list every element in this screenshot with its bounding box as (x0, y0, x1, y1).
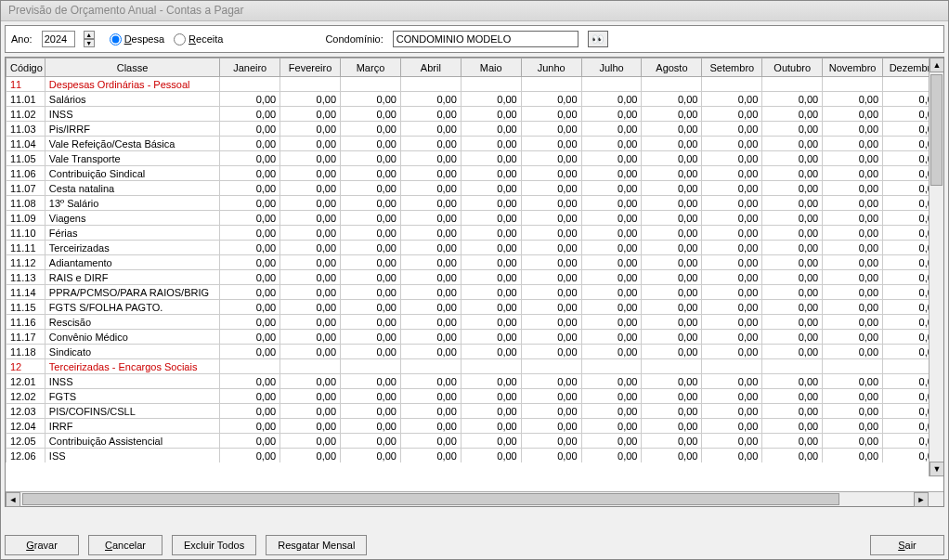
cell-month[interactable]: 0,00 (220, 449, 280, 463)
cell-month[interactable]: 0,00 (220, 404, 280, 419)
cell-codigo[interactable]: 11.01 (6, 92, 46, 107)
cell-classe[interactable]: Contribuição Sindical (45, 166, 219, 181)
cell-classe[interactable]: Cesta natalina (45, 181, 219, 196)
cell-month[interactable]: 0,00 (400, 285, 461, 300)
cell-month[interactable]: 0,00 (762, 404, 823, 419)
table-row[interactable]: 11.01Salários0,000,000,000,000,000,000,0… (6, 92, 943, 107)
cell-month[interactable]: 0,00 (280, 374, 341, 389)
cell-month[interactable]: 0,00 (341, 151, 401, 166)
cell-month[interactable]: 0,00 (400, 241, 461, 255)
cell-month[interactable]: 0,00 (400, 345, 461, 359)
cell-month[interactable]: 0,00 (341, 255, 401, 270)
cell-month[interactable]: 0,00 (341, 92, 401, 107)
cell-month[interactable]: 0,00 (400, 330, 461, 345)
cell-month[interactable]: 0,00 (762, 151, 823, 166)
scroll-left-icon[interactable]: ◄ (6, 492, 20, 507)
cell-month[interactable]: 0,00 (642, 255, 702, 270)
cell-month[interactable]: 0,00 (220, 300, 280, 315)
cell-codigo[interactable]: 11.05 (6, 151, 46, 166)
cell-month[interactable]: 0,00 (461, 434, 521, 449)
cell-month[interactable]: 0,00 (280, 226, 341, 241)
cell-month[interactable]: 0,00 (581, 449, 642, 463)
cell-month[interactable]: 0,00 (702, 166, 762, 181)
cell-month[interactable]: 0,00 (280, 151, 341, 166)
cell-month[interactable]: 0,00 (280, 166, 341, 181)
cell-codigo[interactable]: 12 (6, 359, 46, 374)
cell-month[interactable]: 0,00 (702, 315, 762, 330)
cell-classe[interactable]: FGTS (45, 389, 219, 404)
cell-month[interactable]: 0,00 (642, 419, 702, 434)
col-fev[interactable]: Fevereiro (280, 59, 341, 77)
cell-codigo[interactable]: 11.18 (6, 345, 46, 359)
cell-month[interactable]: 0,00 (823, 285, 883, 300)
cell-month[interactable]: 0,00 (220, 211, 280, 226)
cell-classe[interactable]: RAIS e DIRF (45, 270, 219, 285)
cell-month[interactable]: 0,00 (280, 122, 341, 137)
cell-month[interactable] (521, 359, 581, 374)
cell-month[interactable]: 0,00 (642, 226, 702, 241)
cell-month[interactable] (461, 77, 521, 92)
cell-month[interactable]: 0,00 (280, 434, 341, 449)
cell-month[interactable]: 0,00 (400, 211, 461, 226)
cell-month[interactable]: 0,00 (762, 389, 823, 404)
cell-month[interactable]: 0,00 (581, 255, 642, 270)
cell-month[interactable]: 0,00 (461, 270, 521, 285)
cell-classe[interactable]: Contribuição Assistencial (45, 434, 219, 449)
cell-classe[interactable]: IRRF (45, 419, 219, 434)
cell-month[interactable]: 0,00 (521, 389, 581, 404)
cell-month[interactable]: 0,00 (341, 107, 401, 122)
cell-month[interactable]: 0,00 (220, 122, 280, 137)
cell-classe[interactable]: Vale Refeição/Cesta Básica (45, 137, 219, 151)
cell-month[interactable]: 0,00 (762, 181, 823, 196)
cell-classe[interactable]: Despesas Ordinárias - Pessoal (45, 77, 219, 92)
cell-month[interactable]: 0,00 (823, 151, 883, 166)
cell-month[interactable]: 0,00 (341, 389, 401, 404)
cell-month[interactable]: 0,00 (642, 374, 702, 389)
cell-month[interactable] (702, 359, 762, 374)
cell-month[interactable]: 0,00 (642, 166, 702, 181)
cell-month[interactable] (220, 77, 280, 92)
cell-month[interactable]: 0,00 (341, 211, 401, 226)
cell-month[interactable]: 0,00 (220, 241, 280, 255)
col-mar[interactable]: Março (341, 59, 401, 77)
cell-month[interactable]: 0,00 (581, 285, 642, 300)
cell-month[interactable]: 0,00 (642, 196, 702, 211)
cell-month[interactable]: 0,00 (702, 211, 762, 226)
cell-classe[interactable]: 13º Salário (45, 196, 219, 211)
cell-codigo[interactable]: 11.03 (6, 122, 46, 137)
cell-month[interactable]: 0,00 (280, 137, 341, 151)
cell-month[interactable]: 0,00 (220, 181, 280, 196)
table-row[interactable]: 11.10Férias0,000,000,000,000,000,000,000… (6, 226, 943, 241)
cell-month[interactable]: 0,00 (521, 137, 581, 151)
cell-month[interactable]: 0,00 (400, 137, 461, 151)
cell-month[interactable]: 0,00 (400, 196, 461, 211)
radio-despesa[interactable]: Despesa (110, 33, 164, 46)
cell-month[interactable]: 0,00 (280, 107, 341, 122)
cell-classe[interactable]: INSS (45, 107, 219, 122)
cell-month[interactable]: 0,00 (823, 196, 883, 211)
ano-spinner[interactable]: ▲ ▼ (84, 31, 95, 47)
spinner-up-icon[interactable]: ▲ (84, 31, 95, 39)
cell-month[interactable]: 0,00 (762, 330, 823, 345)
table-row[interactable]: 11.14PPRA/PCMSO/PARA RAIOS/BRIG0,000,000… (6, 285, 943, 300)
cell-month[interactable]: 0,00 (461, 330, 521, 345)
scroll-down-icon[interactable]: ▼ (930, 462, 943, 476)
cell-month[interactable]: 0,00 (400, 255, 461, 270)
cell-month[interactable]: 0,00 (702, 374, 762, 389)
cell-month[interactable]: 0,00 (823, 122, 883, 137)
cell-month[interactable]: 0,00 (823, 255, 883, 270)
cell-month[interactable]: 0,00 (280, 196, 341, 211)
cell-month[interactable]: 0,00 (220, 151, 280, 166)
cell-month[interactable]: 0,00 (762, 285, 823, 300)
cell-month[interactable]: 0,00 (762, 449, 823, 463)
condominio-input[interactable] (393, 31, 578, 47)
cell-month[interactable] (220, 359, 280, 374)
cell-month[interactable]: 0,00 (823, 389, 883, 404)
cell-month[interactable]: 0,00 (400, 315, 461, 330)
cell-month[interactable]: 0,00 (823, 434, 883, 449)
cell-classe[interactable]: Viagens (45, 211, 219, 226)
ano-input[interactable] (42, 31, 75, 47)
cell-month[interactable]: 0,00 (341, 345, 401, 359)
col-abr[interactable]: Abril (400, 59, 461, 77)
cell-codigo[interactable]: 11.07 (6, 181, 46, 196)
